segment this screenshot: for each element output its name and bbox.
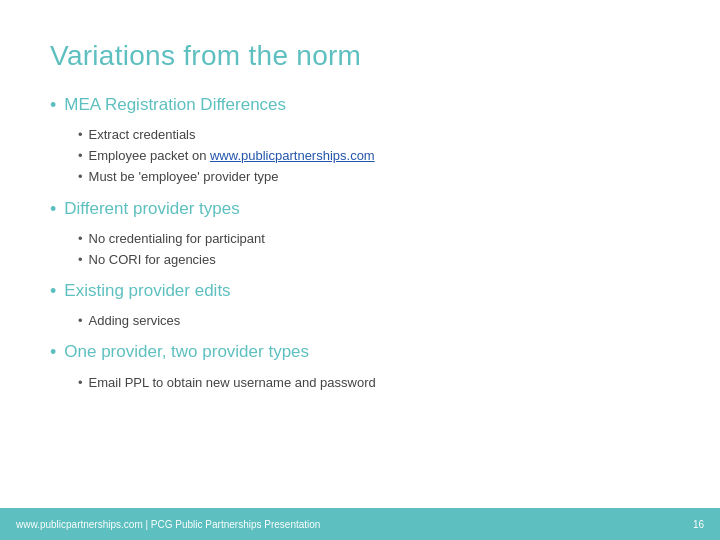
slide: Variations from the norm • MEA Registrat… [0,0,720,540]
slide-title: Variations from the norm [50,40,670,72]
sub-bullets-mea: • Extract credentials • Employee packet … [78,126,670,190]
sub-text-employee: Employee packet on www.publicpartnership… [89,147,375,165]
bullet-dot-oneprovider: • [50,342,56,363]
sub-text-nocori: No CORI for agencies [89,251,216,269]
bullet-dot-existing: • [50,281,56,302]
main-bullet-mea: • MEA Registration Differences [50,94,670,116]
sub-bullet-adding: • Adding services [78,312,670,330]
sub-bullet-nocred: • No credentialing for participant [78,230,670,248]
footer-left-text: www.publicpartnerships.com | PCG Public … [16,519,320,530]
sub-bullets-existing: • Adding services [78,312,670,333]
main-bullet-text-existing: Existing provider edits [64,280,230,302]
main-bullet-text-oneprovider: One provider, two provider types [64,341,309,363]
sub-bullet-extract: • Extract credentials [78,126,670,144]
sub-text-extract: Extract credentials [89,126,196,144]
footer-page-number: 16 [693,519,704,530]
sub-dot-adding: • [78,313,83,328]
sub-dot-nocred: • [78,231,83,246]
sub-bullet-must: • Must be 'employee' provider type [78,168,670,186]
sub-text-must: Must be 'employee' provider type [89,168,279,186]
sub-dot-must: • [78,169,83,184]
slide-footer: www.publicpartnerships.com | PCG Public … [0,508,720,540]
main-bullet-text-different: Different provider types [64,198,239,220]
sub-bullet-nocori: • No CORI for agencies [78,251,670,269]
main-bullet-oneprovider: • One provider, two provider types [50,341,670,363]
bullet-dot-different: • [50,199,56,220]
sub-text-nocred: No credentialing for participant [89,230,265,248]
sub-bullet-employee: • Employee packet on www.publicpartnersh… [78,147,670,165]
sub-bullets-oneprovider: • Email PPL to obtain new username and p… [78,374,670,395]
sub-text-email: Email PPL to obtain new username and pas… [89,374,376,392]
main-bullet-text-mea: MEA Registration Differences [64,94,286,116]
sub-dot-extract: • [78,127,83,142]
sub-text-adding: Adding services [89,312,181,330]
sub-dot-email: • [78,375,83,390]
sub-dot-employee: • [78,148,83,163]
sub-bullet-email: • Email PPL to obtain new username and p… [78,374,670,392]
publicpartnerships-link[interactable]: www.publicpartnerships.com [210,148,375,163]
main-bullet-different: • Different provider types [50,198,670,220]
slide-content: • MEA Registration Differences • Extract… [50,94,670,510]
sub-dot-nocori: • [78,252,83,267]
main-bullet-existing: • Existing provider edits [50,280,670,302]
bullet-dot-mea: • [50,95,56,116]
sub-bullets-different: • No credentialing for participant • No … [78,230,670,272]
